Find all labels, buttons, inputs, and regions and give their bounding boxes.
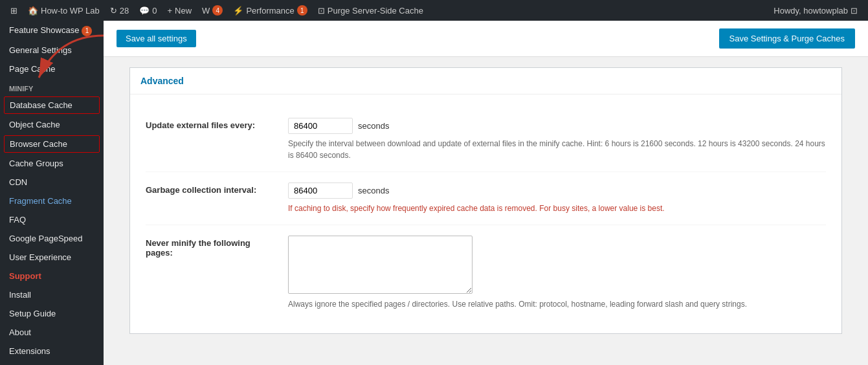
home-icon: 🏠 (28, 6, 38, 16)
help-text-never-minify: Always ignore the specified pages / dire… (288, 298, 826, 310)
sidebar-item-user-experience[interactable]: User Experience (0, 248, 104, 267)
sidebar-item-google-pagespeed[interactable]: Google PageSpeed (0, 229, 104, 248)
updates[interactable]: ↻ 28 (105, 0, 134, 21)
form-row-never-minify: Never minify the following pages: Always… (146, 225, 826, 320)
wp-logo[interactable]: ⊞ (5, 0, 23, 21)
wp-wrap: Feature Showcase1General SettingsPage Ca… (0, 21, 868, 365)
sidebar-item-faq[interactable]: FAQ (0, 210, 104, 229)
sidebar-item-fragment-cache[interactable]: Fragment Cache (0, 192, 104, 210)
sidebar-item-browser-cache[interactable]: Browser Cache (4, 135, 100, 153)
panel-title: Advanced (130, 68, 841, 94)
sidebar-item-statistics[interactable]: Statistics (0, 360, 104, 366)
site-name[interactable]: 🏠 How-to WP Lab (23, 0, 105, 21)
never-minify-textarea[interactable] (288, 236, 473, 294)
toolbar-area: Save all settings Save Settings & Purge … (104, 21, 868, 57)
form-table: Update external files every: seconds Spe… (130, 94, 841, 333)
sidebar-item-install[interactable]: Install (0, 285, 104, 304)
comments-icon: 💬 (139, 6, 150, 16)
unit-label-update: seconds (358, 121, 389, 131)
sidebar-item-cdn[interactable]: CDN (0, 173, 104, 192)
label-garbage: Garbage collection interval: (146, 182, 288, 195)
sidebar-item-cache-groups[interactable]: Cache Groups (0, 154, 104, 173)
w3tc-icon: W (202, 6, 210, 16)
input-unit-wrapper: seconds (288, 118, 826, 134)
sidebar-item-object-cache[interactable]: Object Cache (0, 115, 104, 134)
sidebar-item-page-cache[interactable]: Page Cache (0, 60, 104, 78)
save-all-button[interactable]: Save all settings (117, 30, 196, 47)
wp-content: Save all settings Save Settings & Purge … (104, 21, 868, 365)
admin-menu: Feature Showcase1General SettingsPage Ca… (0, 21, 104, 365)
performance-menu[interactable]: ⚡ Performance 1 (228, 0, 312, 21)
sidebar-item-setup-guide[interactable]: Setup Guide (0, 304, 104, 323)
sidebar-item-general-settings[interactable]: General Settings (0, 41, 104, 60)
save-purge-button[interactable]: Save Settings & Purge Caches (719, 28, 856, 49)
plugin-w3tc[interactable]: W 4 (197, 0, 228, 21)
sidebar-item-feature-showcase[interactable]: Feature Showcase1 (0, 21, 104, 41)
menu-badge: 1 (82, 26, 92, 36)
sidebar-item-minify-header[interactable]: Minify (0, 78, 104, 95)
screen-options-icon: ⊡ (851, 6, 858, 16)
wp-icon: ⊞ (10, 6, 17, 16)
update-external-input[interactable] (288, 118, 353, 134)
sidebar-item-extensions[interactable]: Extensions (0, 342, 104, 360)
input-unit-garbage: seconds (288, 182, 826, 199)
help-text-update-external: Specify the interval between download an… (288, 138, 826, 161)
comments[interactable]: 💬 0 (134, 0, 162, 21)
plugin-badge: 4 (212, 5, 223, 16)
updates-icon: ↻ (110, 6, 117, 16)
form-row-update-external: Update external files every: seconds Spe… (146, 107, 826, 172)
purge-cache[interactable]: ⊡ Purge Server-Side Cache (313, 0, 428, 21)
performance-badge: 1 (297, 5, 307, 16)
sidebar-item-database-cache[interactable]: Database Cache (4, 96, 100, 114)
sidebar-item-support[interactable]: Support (0, 267, 104, 285)
field-never-minify: Always ignore the specified pages / dire… (288, 236, 826, 310)
admin-bar: ⊞ 🏠 How-to WP Lab ↻ 28 💬 0 + New W 4 ⚡ P… (0, 0, 868, 21)
advanced-panel: Advanced Update external files every: se… (129, 67, 842, 334)
help-text-garbage: If caching to disk, specify how frequent… (288, 203, 826, 214)
field-update-external: seconds Specify the interval between dow… (288, 118, 826, 161)
label-update-external: Update external files every: (146, 118, 288, 130)
new-content[interactable]: + New (162, 0, 197, 21)
user-info: Howdy, howtowplab ⊡ (768, 6, 863, 16)
purge-icon: ⊡ (318, 6, 325, 16)
performance-icon: ⚡ (233, 6, 243, 16)
unit-label-garbage: seconds (358, 186, 389, 195)
sidebar-item-about[interactable]: About (0, 323, 104, 342)
form-row-garbage: Garbage collection interval: seconds If … (146, 172, 826, 225)
plus-icon: + (168, 6, 173, 16)
label-never-minify: Never minify the following pages: (146, 236, 288, 258)
garbage-interval-input[interactable] (288, 182, 353, 199)
field-garbage: seconds If caching to disk, specify how … (288, 182, 826, 214)
